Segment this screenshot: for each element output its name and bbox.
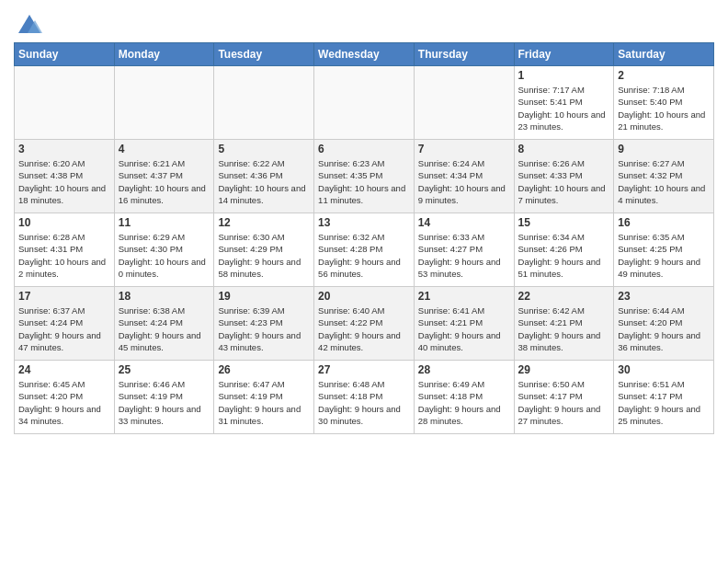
calendar-day-cell: 30Sunrise: 6:51 AM Sunset: 4:17 PM Dayli… [614, 361, 714, 434]
day-number: 2 [618, 69, 710, 82]
calendar-day-cell: 22Sunrise: 6:42 AM Sunset: 4:21 PM Dayli… [514, 287, 614, 361]
day-number: 11 [119, 216, 210, 229]
calendar-day-cell: 10Sunrise: 6:28 AM Sunset: 4:31 PM Dayli… [15, 213, 115, 287]
weekday-header: Tuesday [214, 43, 314, 66]
calendar-day-cell: 21Sunrise: 6:41 AM Sunset: 4:21 PM Dayli… [414, 287, 514, 361]
day-number: 15 [518, 216, 610, 229]
day-info: Sunrise: 7:17 AM Sunset: 5:41 PM Dayligh… [518, 84, 610, 132]
calendar-day-cell [314, 66, 415, 140]
weekday-header: Saturday [614, 43, 714, 66]
calendar-week-row: 10Sunrise: 6:28 AM Sunset: 4:31 PM Dayli… [15, 213, 714, 287]
calendar-day-cell: 25Sunrise: 6:46 AM Sunset: 4:19 PM Dayli… [114, 361, 214, 434]
weekday-header: Sunday [15, 43, 115, 66]
day-number: 5 [218, 143, 310, 155]
day-info: Sunrise: 6:42 AM Sunset: 4:21 PM Dayligh… [518, 304, 610, 353]
day-info: Sunrise: 6:32 AM Sunset: 4:28 PM Dayligh… [318, 231, 410, 280]
day-info: Sunrise: 6:28 AM Sunset: 4:31 PM Dayligh… [18, 231, 110, 280]
calendar-day-cell: 2Sunrise: 7:18 AM Sunset: 5:40 PM Daylig… [614, 66, 714, 140]
weekday-header: Friday [514, 43, 614, 66]
calendar-day-cell: 4Sunrise: 6:21 AM Sunset: 4:37 PM Daylig… [114, 140, 214, 213]
day-number: 21 [418, 290, 510, 303]
calendar-day-cell: 11Sunrise: 6:29 AM Sunset: 4:30 PM Dayli… [114, 213, 214, 287]
calendar-header-row: SundayMondayTuesdayWednesdayThursdayFrid… [15, 43, 714, 66]
calendar-day-cell [214, 66, 314, 140]
day-info: Sunrise: 6:39 AM Sunset: 4:23 PM Dayligh… [218, 304, 310, 353]
day-info: Sunrise: 6:38 AM Sunset: 4:24 PM Dayligh… [119, 304, 210, 353]
day-number: 24 [18, 363, 110, 376]
calendar-day-cell: 23Sunrise: 6:44 AM Sunset: 4:20 PM Dayli… [614, 287, 714, 361]
day-number: 26 [218, 363, 310, 376]
day-info: Sunrise: 6:29 AM Sunset: 4:30 PM Dayligh… [119, 231, 210, 280]
calendar-day-cell: 24Sunrise: 6:45 AM Sunset: 4:20 PM Dayli… [15, 361, 115, 434]
day-number: 3 [18, 143, 110, 155]
day-number: 27 [318, 363, 410, 376]
day-info: Sunrise: 6:24 AM Sunset: 4:34 PM Dayligh… [418, 157, 510, 206]
calendar-day-cell: 7Sunrise: 6:24 AM Sunset: 4:34 PM Daylig… [414, 140, 514, 213]
day-number: 13 [318, 216, 410, 229]
day-number: 22 [518, 290, 610, 303]
day-info: Sunrise: 6:22 AM Sunset: 4:36 PM Dayligh… [218, 157, 310, 206]
day-number: 19 [218, 290, 310, 303]
calendar-day-cell [414, 66, 514, 140]
calendar-day-cell: 28Sunrise: 6:49 AM Sunset: 4:18 PM Dayli… [414, 361, 514, 434]
day-info: Sunrise: 6:37 AM Sunset: 4:24 PM Dayligh… [18, 304, 110, 353]
logo-icon [17, 13, 42, 39]
day-info: Sunrise: 6:51 AM Sunset: 4:17 PM Dayligh… [618, 378, 710, 427]
calendar-week-row: 17Sunrise: 6:37 AM Sunset: 4:24 PM Dayli… [15, 287, 714, 361]
calendar-week-row: 24Sunrise: 6:45 AM Sunset: 4:20 PM Dayli… [15, 361, 714, 434]
day-number: 8 [518, 143, 610, 155]
day-info: Sunrise: 6:50 AM Sunset: 4:17 PM Dayligh… [518, 378, 610, 427]
calendar-table: SundayMondayTuesdayWednesdayThursdayFrid… [14, 42, 714, 434]
day-info: Sunrise: 6:26 AM Sunset: 4:33 PM Dayligh… [518, 157, 610, 206]
day-number: 28 [418, 363, 510, 376]
day-number: 10 [18, 216, 110, 229]
calendar-day-cell: 5Sunrise: 6:22 AM Sunset: 4:36 PM Daylig… [214, 140, 314, 213]
weekday-header: Monday [114, 43, 214, 66]
day-info: Sunrise: 6:21 AM Sunset: 4:37 PM Dayligh… [119, 157, 210, 206]
day-info: Sunrise: 6:46 AM Sunset: 4:19 PM Dayligh… [119, 378, 210, 427]
header [14, 9, 714, 39]
day-number: 6 [318, 143, 410, 155]
day-info: Sunrise: 6:30 AM Sunset: 4:29 PM Dayligh… [218, 231, 310, 280]
day-number: 25 [119, 363, 210, 376]
calendar-day-cell: 27Sunrise: 6:48 AM Sunset: 4:18 PM Dayli… [314, 361, 415, 434]
day-number: 4 [119, 143, 210, 155]
day-info: Sunrise: 6:20 AM Sunset: 4:38 PM Dayligh… [18, 157, 110, 206]
day-info: Sunrise: 6:40 AM Sunset: 4:22 PM Dayligh… [318, 304, 410, 353]
day-number: 9 [618, 143, 710, 155]
day-info: Sunrise: 6:27 AM Sunset: 4:32 PM Dayligh… [618, 157, 710, 206]
day-info: Sunrise: 6:47 AM Sunset: 4:19 PM Dayligh… [218, 378, 310, 427]
day-info: Sunrise: 7:18 AM Sunset: 5:40 PM Dayligh… [618, 84, 710, 132]
calendar-day-cell: 13Sunrise: 6:32 AM Sunset: 4:28 PM Dayli… [314, 213, 415, 287]
weekday-header: Wednesday [314, 43, 415, 66]
day-number: 18 [119, 290, 210, 303]
calendar-day-cell: 26Sunrise: 6:47 AM Sunset: 4:19 PM Dayli… [214, 361, 314, 434]
logo [14, 13, 42, 39]
day-number: 14 [418, 216, 510, 229]
day-number: 12 [218, 216, 310, 229]
day-number: 7 [418, 143, 510, 155]
page: SundayMondayTuesdayWednesdayThursdayFrid… [0, 0, 728, 443]
day-info: Sunrise: 6:33 AM Sunset: 4:27 PM Dayligh… [418, 231, 510, 280]
day-info: Sunrise: 6:35 AM Sunset: 4:25 PM Dayligh… [618, 231, 710, 280]
day-number: 23 [618, 290, 710, 303]
day-info: Sunrise: 6:48 AM Sunset: 4:18 PM Dayligh… [318, 378, 410, 427]
day-info: Sunrise: 6:49 AM Sunset: 4:18 PM Dayligh… [418, 378, 510, 427]
day-info: Sunrise: 6:45 AM Sunset: 4:20 PM Dayligh… [18, 378, 110, 427]
day-number: 30 [618, 363, 710, 376]
calendar-day-cell: 19Sunrise: 6:39 AM Sunset: 4:23 PM Dayli… [214, 287, 314, 361]
day-info: Sunrise: 6:23 AM Sunset: 4:35 PM Dayligh… [318, 157, 410, 206]
calendar-day-cell [15, 66, 115, 140]
calendar-day-cell: 6Sunrise: 6:23 AM Sunset: 4:35 PM Daylig… [314, 140, 415, 213]
calendar-day-cell: 1Sunrise: 7:17 AM Sunset: 5:41 PM Daylig… [514, 66, 614, 140]
calendar-week-row: 1Sunrise: 7:17 AM Sunset: 5:41 PM Daylig… [15, 66, 714, 140]
day-info: Sunrise: 6:34 AM Sunset: 4:26 PM Dayligh… [518, 231, 610, 280]
calendar-day-cell: 29Sunrise: 6:50 AM Sunset: 4:17 PM Dayli… [514, 361, 614, 434]
calendar-day-cell: 8Sunrise: 6:26 AM Sunset: 4:33 PM Daylig… [514, 140, 614, 213]
calendar-day-cell: 15Sunrise: 6:34 AM Sunset: 4:26 PM Dayli… [514, 213, 614, 287]
calendar-day-cell [114, 66, 214, 140]
day-number: 16 [618, 216, 710, 229]
calendar-day-cell: 3Sunrise: 6:20 AM Sunset: 4:38 PM Daylig… [15, 140, 115, 213]
calendar-day-cell: 16Sunrise: 6:35 AM Sunset: 4:25 PM Dayli… [614, 213, 714, 287]
day-info: Sunrise: 6:44 AM Sunset: 4:20 PM Dayligh… [618, 304, 710, 353]
